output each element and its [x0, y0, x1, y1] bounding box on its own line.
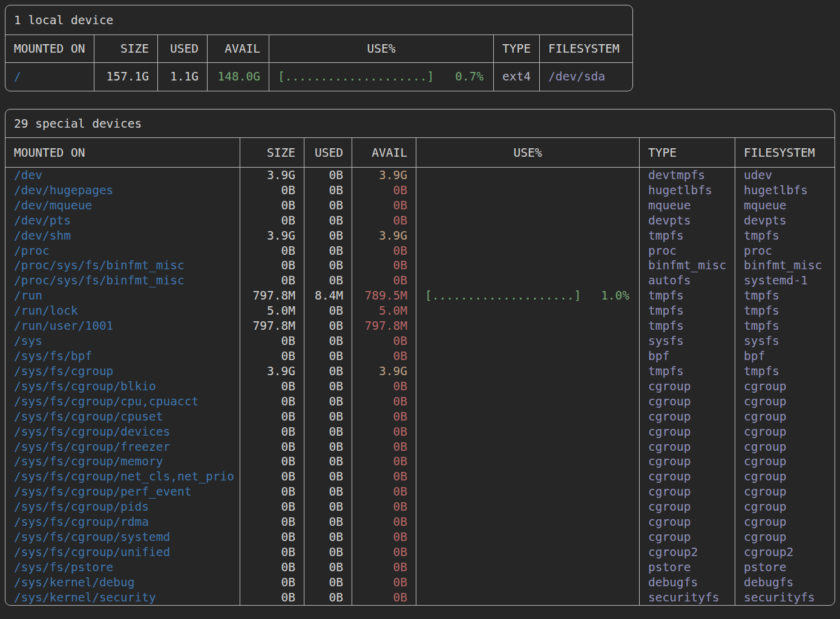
type-cell: devpts — [640, 213, 735, 228]
used-cell: 0B — [304, 228, 352, 243]
type-cell: cgroup — [640, 409, 735, 424]
use-percent-cell — [416, 484, 640, 499]
mount-point-cell: /dev — [5, 168, 240, 183]
usage-bar: [....................] — [425, 289, 581, 303]
filesystem-cell: tmpfs — [735, 288, 835, 303]
filesystem-cell: cgroup — [735, 409, 835, 424]
table-row: /sys/kernel/security 0B 0B 0B securityfs… — [5, 590, 835, 605]
size-cell: 3.9G — [240, 168, 304, 183]
table-row: /dev 3.9G 0B 3.9G devtmpfs udev — [5, 168, 835, 183]
avail-cell: 0B — [352, 273, 416, 288]
use-percent-cell — [416, 590, 640, 605]
use-percent-cell — [416, 409, 640, 424]
used-cell: 0B — [304, 529, 352, 545]
used-cell: 0B — [304, 379, 352, 394]
type-cell: cgroup — [640, 469, 735, 484]
filesystem-cell: mqueue — [735, 198, 835, 213]
special-table-header-row: MOUNTED ON SIZE USED AVAIL USE% TYPE FIL… — [5, 138, 835, 168]
avail-cell: 5.0M — [352, 303, 416, 318]
use-percent-cell — [416, 213, 640, 228]
filesystem-cell: debugfs — [735, 575, 835, 590]
mount-point-cell: /sys/fs/pstore — [5, 560, 240, 575]
header-avail: AVAIL — [208, 35, 269, 62]
use-percent-cell — [416, 258, 640, 273]
use-percent-cell — [416, 454, 640, 470]
type-cell: cgroup — [640, 484, 735, 499]
avail-cell: 0B — [352, 575, 416, 590]
type-cell: pstore — [640, 560, 735, 575]
table-row: /sys/fs/cgroup/perf_event 0B 0B 0B cgrou… — [5, 484, 835, 499]
use-percent-cell — [416, 349, 640, 364]
use-percent-cell — [416, 379, 640, 394]
filesystem-cell: cgroup — [735, 499, 835, 514]
header-type: TYPE — [494, 35, 540, 62]
local-table-title: 1 local device — [5, 5, 632, 35]
avail-cell: 0B — [352, 394, 416, 409]
used-cell: 0B — [304, 273, 352, 288]
table-row: /run 797.8M 8.4M 789.5M [...............… — [5, 288, 835, 303]
mount-point-cell: /sys/fs/cgroup/pids — [5, 499, 240, 514]
size-cell: 5.0M — [240, 303, 304, 318]
local-devices-table: 1 local device MOUNTED ON SIZE USED AVAI… — [5, 5, 633, 91]
size-cell: 0B — [240, 333, 304, 349]
used-cell: 0B — [304, 183, 352, 198]
use-percent-cell — [416, 394, 640, 409]
mount-point-cell: /sys/fs/cgroup/blkio — [5, 379, 240, 394]
size-cell: 0B — [240, 469, 304, 484]
use-percent-cell — [416, 303, 640, 318]
size-cell: 0B — [240, 213, 304, 228]
mount-point-cell: /run/lock — [5, 303, 240, 318]
used-cell: 0B — [304, 484, 352, 499]
mount-point-cell: /sys/kernel/security — [5, 590, 240, 605]
used-cell: 0B — [304, 349, 352, 364]
use-percent-cell — [416, 168, 640, 183]
avail-cell: 0B — [352, 198, 416, 213]
size-cell: 3.9G — [240, 228, 304, 243]
use-percent-cell — [416, 318, 640, 333]
table-row: /dev/shm 3.9G 0B 3.9G tmpfs tmpfs — [5, 228, 835, 243]
avail-cell: 789.5M — [352, 288, 416, 303]
use-percent-cell — [416, 243, 640, 258]
usage-percent: 0.7% — [455, 70, 484, 84]
filesystem-cell: cgroup — [735, 379, 835, 394]
mount-point-cell: /proc/sys/fs/binfmt_misc — [5, 273, 240, 288]
mount-point-cell: /sys/fs/bpf — [5, 349, 240, 364]
use-percent-cell: [....................] 1.0% — [416, 288, 640, 303]
use-percent-cell — [416, 529, 640, 545]
size-cell: 0B — [240, 590, 304, 605]
size-cell: 0B — [240, 409, 304, 424]
avail-cell: 0B — [352, 409, 416, 424]
mount-point-cell: / — [5, 63, 94, 91]
table-row: /sys/fs/cgroup/devices 0B 0B 0B cgroup c… — [5, 424, 835, 439]
used-cell: 8.4M — [304, 288, 352, 303]
type-cell: sysfs — [640, 333, 735, 349]
used-cell: 0B — [304, 499, 352, 514]
header-mounted-on: MOUNTED ON — [5, 35, 94, 62]
header-use-percent: USE% — [416, 138, 640, 167]
mount-point-cell: /run — [5, 288, 240, 303]
table-row: /sys/fs/cgroup/memory 0B 0B 0B cgroup cg… — [5, 454, 835, 470]
header-filesystem: FILESYSTEM — [735, 138, 835, 167]
use-percent-cell — [416, 575, 640, 590]
mount-point-cell: /sys/fs/cgroup/unified — [5, 545, 240, 560]
size-cell: 0B — [240, 379, 304, 394]
avail-cell: 0B — [352, 484, 416, 499]
header-avail: AVAIL — [352, 138, 416, 167]
type-cell: tmpfs — [640, 288, 735, 303]
type-cell: securityfs — [640, 590, 735, 605]
special-table-title: 29 special devices — [5, 110, 835, 138]
use-percent-cell — [416, 545, 640, 560]
mount-point-cell: /sys/fs/cgroup/net_cls,net_prio — [5, 469, 240, 484]
use-percent-cell — [416, 198, 640, 213]
use-percent-cell — [416, 273, 640, 288]
filesystem-cell: tmpfs — [735, 303, 835, 318]
type-cell: bpf — [640, 349, 735, 364]
avail-cell: 0B — [352, 333, 416, 349]
usage-bar: [....................] — [278, 70, 434, 84]
filesystem-cell: sysfs — [735, 333, 835, 349]
size-cell: 0B — [240, 258, 304, 273]
used-cell: 0B — [304, 439, 352, 454]
table-row: /dev/hugepages 0B 0B 0B hugetlbfs hugetl… — [5, 183, 835, 198]
mount-point-cell: /sys/fs/cgroup/freezer — [5, 439, 240, 454]
type-cell: binfmt_misc — [640, 258, 735, 273]
